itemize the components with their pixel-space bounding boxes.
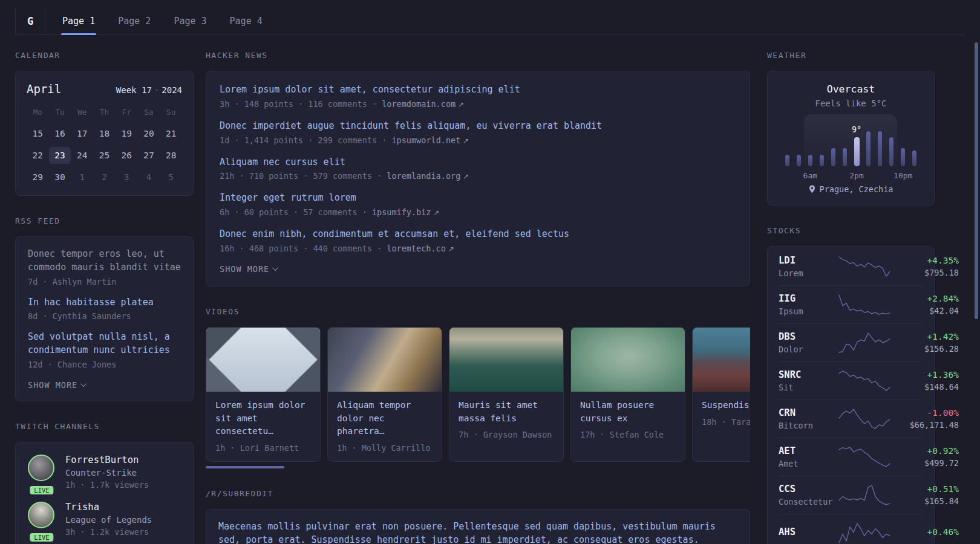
stock-row[interactable]: AHS +0.46%: [779, 514, 923, 544]
stock-ticker: LDI: [779, 255, 837, 266]
center-column: HACKER NEWS Lorem ipsum dolor sit amet, …: [206, 51, 750, 544]
video-carousel-scrollbar[interactable]: [206, 466, 284, 468]
weather-bar-slot: [910, 118, 920, 178]
calendar-year: 2024: [162, 85, 182, 95]
video-meta: 1h · Lori Barnett: [215, 443, 311, 453]
stock-ticker: IIG: [779, 293, 837, 304]
tab-page-4[interactable]: Page 4: [230, 7, 263, 34]
hn-domain-link[interactable]: ipsumworld.net: [391, 135, 469, 145]
rss-item: Sed volutpat nulla nisl, a condimentum n…: [28, 331, 181, 369]
rss-item-title-link[interactable]: In hac habitasse platea: [28, 296, 181, 309]
stock-name: Consectetur: [779, 497, 837, 507]
hackernews-widget-label: HACKER NEWS: [206, 51, 750, 60]
weather-bar-slot: [863, 118, 873, 178]
hn-item-meta: 1d · 1,414 points · 299 comments · ipsum…: [220, 135, 736, 145]
chevron-down-icon: [272, 265, 278, 271]
rss-item-meta: 8d · Cynthia Saunders: [28, 311, 181, 321]
hn-domain-link[interactable]: loremdomain.com: [382, 99, 464, 109]
hn-item-meta: 6h · 60 points · 57 comments · ipsumify.…: [220, 207, 736, 217]
video-card[interactable]: Suspendisse diam 18h · Tara: [692, 327, 750, 462]
twitch-channel-row[interactable]: LIVE Trisha League of Legends 3h · 1.2k …: [28, 502, 181, 537]
stock-price: $66,171.48: [892, 420, 959, 430]
rss-show-more-button[interactable]: SHOW MORE: [28, 380, 181, 390]
stock-row[interactable]: CRNBitcorn -1.00%$66,171.48: [779, 400, 923, 438]
stock-ticker: AET: [779, 445, 837, 456]
stock-row[interactable]: CCSConsectetur +0.51%$165.84: [779, 476, 923, 514]
calendar-day: 16: [49, 125, 71, 142]
rss-widget: RSS FEED Donec tempor eros leo, ut commo…: [15, 216, 194, 401]
stock-row[interactable]: IIGIpsum +2.84%$42.04: [779, 285, 923, 323]
calendar-day: 25: [93, 147, 116, 164]
stock-ticker: AHS: [779, 526, 837, 537]
reddit-post-title-link[interactable]: Maecenas mollis pulvinar erat non posuer…: [218, 520, 737, 544]
hn-domain-link[interactable]: ipsumify.biz: [372, 207, 440, 217]
dashboard: CALENDAR April Week 17·2024 Mo Tu We Th …: [0, 35, 980, 544]
hn-item: Aliquam nec cursus elit 21h · 710 points…: [220, 156, 736, 181]
stock-change: +0.51%: [892, 484, 959, 494]
video-card[interactable]: Mauris sit amet massa felis 7h · Grayson…: [449, 327, 564, 462]
hn-title-link[interactable]: Donec imperdiet augue tincidunt felis al…: [220, 120, 736, 133]
video-card[interactable]: Nullam posuere cursus ex 17h · Stefan Co…: [570, 327, 685, 462]
video-card[interactable]: Aliquam tempor dolor nec pharetra… 1h · …: [327, 327, 442, 462]
hn-show-more-button[interactable]: SHOW MORE: [220, 264, 736, 274]
rss-item-title-link[interactable]: Donec tempor eros leo, ut commodo mauris…: [28, 248, 181, 274]
hn-title-link[interactable]: Lorem ipsum dolor sit amet, consectetur …: [220, 83, 736, 97]
tab-page-2[interactable]: Page 2: [118, 7, 151, 34]
app-logo: G: [15, 7, 45, 34]
location-pin-icon: [809, 185, 815, 193]
stock-row[interactable]: LDILorem +4.35%$795.18: [779, 248, 923, 285]
hn-meta-text: 16h · 468 points · 440 comments ·: [220, 244, 387, 253]
stock-name: Sit: [779, 383, 837, 392]
rss-item-meta: 12d · Chance Jones: [28, 360, 181, 369]
stock-change: +1.36%: [892, 370, 959, 380]
video-title: Mauris sit amet massa felis: [459, 399, 554, 426]
weather-location: Prague, Czechia: [781, 184, 921, 194]
rss-widget-label: RSS FEED: [15, 216, 194, 225]
page-scrollbar[interactable]: [975, 42, 978, 319]
calendar-day: 30: [49, 169, 71, 186]
video-thumbnail: [449, 328, 563, 392]
videos-widget-label: VIDEOS: [206, 307, 750, 316]
stock-price: $156.28: [892, 344, 959, 354]
stock-name: Lorem: [779, 268, 837, 278]
hn-title-link[interactable]: Donec enim nibh, condimentum et accumsan…: [220, 228, 736, 241]
stock-row[interactable]: DBSDolor +1.42%$156.28: [779, 323, 923, 361]
tab-page-3[interactable]: Page 3: [174, 7, 206, 34]
stock-row[interactable]: SNRCSit +1.36%$148.64: [779, 361, 923, 400]
rss-card: Donec tempor eros leo, ut commodo mauris…: [15, 236, 194, 401]
hn-title-link[interactable]: Integer eget rutrum lorem: [220, 192, 736, 205]
twitch-channel-name: Trisha: [65, 502, 152, 513]
show-more-label: SHOW MORE: [220, 264, 269, 274]
calendar-day-selected: 23: [49, 147, 71, 164]
weather-widget: WEATHER Overcast Feels like 5°C 6am9°2pm…: [767, 51, 935, 206]
calendar-day-next-month: 1: [71, 169, 93, 186]
twitch-card: LIVE ForrestBurton Counter-Strike 1h · 1…: [15, 442, 194, 544]
calendar-widget: CALENDAR April Week 17·2024 Mo Tu We Th …: [15, 51, 194, 196]
avatar-wrap: LIVE: [28, 502, 56, 537]
weather-bar-slot: [794, 118, 803, 178]
video-card[interactable]: Lorem ipsum dolor sit amet consectetu… 1…: [206, 327, 321, 462]
calendar-day: 17: [71, 125, 93, 142]
rss-item-title-link[interactable]: Sed volutpat nulla nisl, a condimentum n…: [28, 331, 181, 357]
hn-title-link[interactable]: Aliquam nec cursus elit: [220, 156, 736, 169]
twitch-channel-row[interactable]: LIVE ForrestBurton Counter-Strike 1h · 1…: [28, 455, 181, 490]
weather-bar-slot: 10pm: [898, 118, 908, 178]
avatar: [28, 455, 54, 481]
weather-widget-label: WEATHER: [767, 51, 935, 60]
subreddit-widget: /R/SUBREDDIT Maecenas mollis pulvinar er…: [206, 489, 750, 544]
hn-item-meta: 3h · 148 points · 116 comments · loremdo…: [220, 99, 736, 109]
calendar-day: 26: [116, 147, 138, 164]
hn-domain-link[interactable]: loremlandia.org: [387, 171, 469, 181]
stock-change: +0.92%: [892, 446, 959, 456]
stock-row[interactable]: AETAmet +0.92%$499.72: [779, 438, 923, 476]
hn-domain-link[interactable]: loremtech.co: [387, 244, 454, 253]
weekday-label: Mo: [27, 105, 49, 120]
twitch-channel-game: League of Legends: [65, 515, 152, 525]
calendar-widget-label: CALENDAR: [15, 51, 194, 60]
calendar-day: 24: [71, 147, 93, 164]
video-thumbnail: [328, 328, 442, 392]
twitch-channel-meta: 1h · 1.7k viewers: [65, 480, 149, 490]
calendar-day: 28: [160, 147, 182, 164]
tab-page-1[interactable]: Page 1: [62, 7, 95, 34]
video-meta: 18h · Tara: [702, 417, 750, 427]
